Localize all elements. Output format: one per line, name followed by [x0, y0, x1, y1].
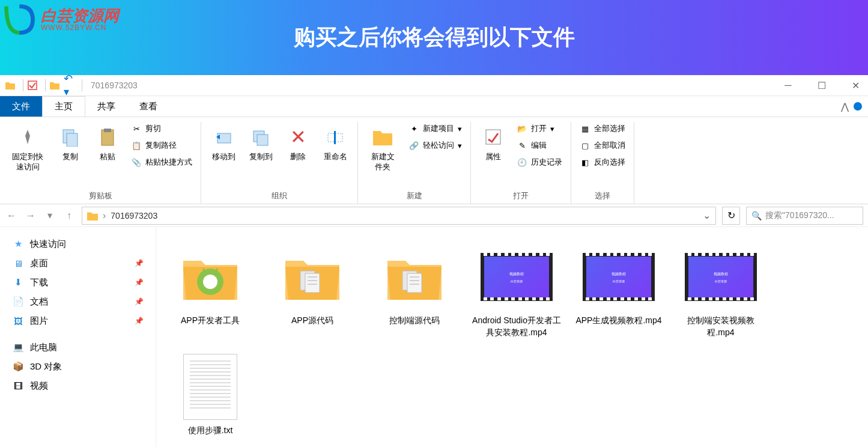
- search-input[interactable]: 🔍 搜索"701697320...: [746, 207, 863, 225]
- undo-icon[interactable]: ↶ ▾: [64, 80, 74, 91]
- copy-path-icon: 📋: [131, 140, 142, 151]
- history-button[interactable]: 🕘历史记录: [514, 156, 565, 169]
- edit-button[interactable]: ✎编辑: [514, 139, 565, 152]
- svg-rect-14: [305, 273, 320, 293]
- documents-icon: 📄: [12, 296, 24, 308]
- delete-button[interactable]: ✕ 删除: [282, 122, 314, 165]
- file-grid: APP开发者工具APP源代码控制端源代码视频教程白芸资源Android Stud…: [156, 227, 868, 447]
- invert-icon: ◧: [580, 157, 590, 168]
- cut-button[interactable]: ✂剪切: [129, 122, 195, 135]
- chevron-up-icon[interactable]: ⋀: [841, 101, 849, 112]
- pc-icon: 💻: [12, 341, 24, 353]
- copy-path-button[interactable]: 📋复制路径: [129, 139, 195, 152]
- sidebar-pictures[interactable]: 🖼 图片📌: [0, 311, 156, 330]
- sidebar-downloads[interactable]: ⬇ 下载📌: [0, 273, 156, 292]
- file-name: 控制端安装视频教程.mp4: [675, 315, 766, 338]
- pin-quickaccess-button[interactable]: 固定到快速访问: [6, 122, 49, 175]
- rename-button[interactable]: 重命名: [319, 122, 351, 165]
- sidebar-documents[interactable]: 📄 文档📌: [0, 292, 156, 311]
- file-item[interactable]: 视频教程白芸资源控制端安装视频教程.mp4: [673, 239, 769, 343]
- easy-access-icon: 🔗: [408, 140, 419, 151]
- refresh-button[interactable]: ↻: [722, 207, 740, 225]
- file-item[interactable]: 视频教程白芸资源APP生成视频教程.mp4: [571, 239, 667, 343]
- folder-small-icon: [49, 80, 60, 91]
- navigation-sidebar: ★ 快速访问 🖥 桌面📌 ⬇ 下载📌 📄 文档📌 🖼 图片📌 💻 此电脑 📦 3…: [0, 227, 156, 447]
- select-none-button[interactable]: ▢全部取消: [577, 139, 628, 152]
- file-thumbnail: [174, 244, 246, 310]
- address-input[interactable]: › 7016973203 ⌄: [82, 207, 716, 225]
- properties-button[interactable]: 属性: [477, 122, 509, 165]
- ribbon-tabs: 文件 主页 共享 查看 ⋀: [0, 96, 868, 117]
- sidebar-desktop[interactable]: 🖥 桌面📌: [0, 254, 156, 273]
- file-thumbnail: [378, 244, 451, 310]
- file-thumbnail: 视频教程白芸资源: [685, 244, 757, 310]
- svg-rect-19: [407, 273, 422, 293]
- invert-selection-button[interactable]: ◧反向选择: [577, 156, 628, 169]
- window-titlebar: ↶ ▾ 7016973203 ─ ☐ ✕: [0, 75, 868, 96]
- help-icon[interactable]: [854, 102, 862, 111]
- sidebar-quick-access[interactable]: ★ 快速访问: [0, 234, 156, 254]
- move-to-button[interactable]: 移动到: [207, 122, 240, 165]
- file-name: Android Studio开发者工具安装教程.mp4: [471, 315, 562, 338]
- logo-text: 白芸资源网: [41, 8, 119, 23]
- file-item[interactable]: APP源代码: [264, 239, 360, 343]
- pin-icon: 📌: [135, 297, 144, 306]
- pin-icon: 📌: [135, 317, 144, 325]
- open-icon: 📂: [517, 123, 527, 134]
- file-name: APP源代码: [291, 315, 333, 327]
- svg-rect-10: [486, 130, 500, 144]
- forward-button[interactable]: →: [24, 209, 37, 222]
- file-thumbnail: [276, 244, 348, 310]
- file-item[interactable]: 视频教程白芸资源Android Studio开发者工具安装教程.mp4: [469, 239, 565, 343]
- tab-view[interactable]: 查看: [127, 96, 169, 117]
- up-button[interactable]: ↑: [62, 209, 76, 222]
- tab-file[interactable]: 文件: [0, 96, 42, 117]
- minimize-button[interactable]: ─: [780, 78, 796, 93]
- svg-rect-4: [104, 129, 111, 132]
- new-item-icon: ✦: [408, 123, 419, 134]
- file-name: APP生成视频教程.mp4: [575, 315, 661, 327]
- sidebar-videos[interactable]: 🎞 视频: [0, 376, 156, 395]
- breadcrumb[interactable]: 7016973203: [111, 211, 157, 220]
- folder-icon: [87, 210, 98, 221]
- banner-title: 购买之后你将会得到以下文件: [294, 23, 575, 52]
- file-thumbnail: [174, 354, 246, 420]
- file-name: APP开发者工具: [181, 315, 240, 327]
- file-item[interactable]: 控制端源代码: [366, 239, 463, 343]
- desktop-icon: 🖥: [12, 257, 24, 269]
- file-item[interactable]: 使用步骤.txt: [162, 349, 258, 442]
- open-button[interactable]: 📂打开▾: [514, 122, 565, 135]
- downloads-icon: ⬇: [12, 276, 24, 288]
- back-button[interactable]: ←: [5, 209, 18, 222]
- close-button[interactable]: ✕: [848, 78, 863, 93]
- content-area: ★ 快速访问 🖥 桌面📌 ⬇ 下载📌 📄 文档📌 🖼 图片📌 💻 此电脑 📦 3…: [0, 227, 868, 447]
- banner: 白芸资源网 WWW.52BYW.CN 购买之后你将会得到以下文件: [0, 0, 868, 75]
- copy-button[interactable]: 复制: [54, 122, 86, 165]
- new-item-button[interactable]: ✦新建项目▾: [406, 122, 464, 135]
- cut-icon: ✂: [131, 123, 142, 134]
- sidebar-3d-objects[interactable]: 📦 3D 对象: [0, 357, 156, 376]
- address-bar: ← → ▾ ↑ › 7016973203 ⌄ ↻ 🔍 搜索"701697320.…: [0, 204, 868, 227]
- copy-to-button[interactable]: 复制到: [244, 122, 277, 165]
- chevron-down-icon[interactable]: ⌄: [703, 210, 711, 221]
- tab-home[interactable]: 主页: [42, 96, 85, 117]
- select-none-icon: ▢: [580, 140, 590, 151]
- history-icon: 🕘: [517, 157, 527, 168]
- sidebar-this-pc[interactable]: 💻 此电脑: [0, 338, 156, 357]
- new-folder-button[interactable]: 新建文件夹: [364, 122, 401, 175]
- paste-button[interactable]: 粘贴: [91, 122, 124, 165]
- pin-icon: 📌: [135, 259, 144, 267]
- folder-icon: [5, 80, 16, 91]
- paste-shortcut-button[interactable]: 📎粘贴快捷方式: [129, 156, 195, 169]
- maximize-button[interactable]: ☐: [814, 78, 830, 93]
- select-all-button[interactable]: ▦全部选择: [577, 122, 628, 135]
- checkbox-icon[interactable]: [27, 80, 38, 91]
- ribbon-group-clipboard: 固定到快速访问 复制 粘贴 ✂剪切 📋复制路径 📎粘贴快捷方式 剪贴板: [0, 122, 201, 204]
- pin-icon: 📌: [135, 278, 144, 287]
- recent-dropdown[interactable]: ▾: [43, 209, 56, 222]
- svg-rect-7: [257, 135, 268, 145]
- file-item[interactable]: APP开发者工具: [162, 239, 258, 343]
- tab-share[interactable]: 共享: [85, 96, 127, 117]
- search-placeholder: 搜索"701697320...: [765, 210, 834, 221]
- easy-access-button[interactable]: 🔗轻松访问▾: [406, 139, 464, 152]
